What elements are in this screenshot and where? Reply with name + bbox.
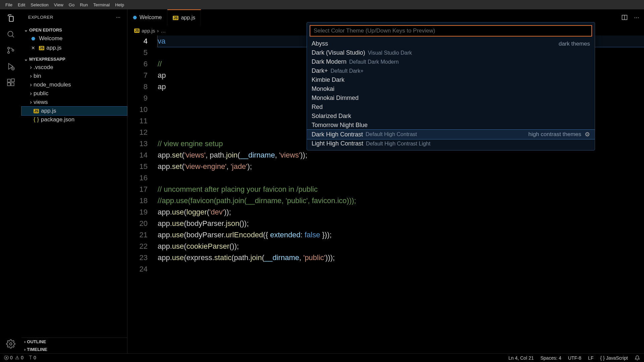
outline-header[interactable]: ›OUTLINE <box>21 338 127 346</box>
menubar: File Edit Selection View Go Run Terminal… <box>0 0 644 9</box>
menu-terminal[interactable]: Terminal <box>91 2 112 7</box>
gear-icon[interactable]: ⚙ <box>585 131 590 138</box>
language-mode[interactable]: { } JavaScript <box>600 355 628 361</box>
theme-option[interactable]: Abyssdark themes <box>307 39 595 48</box>
tree-folder-vscode[interactable]: ›.vscode <box>21 63 127 72</box>
menu-view[interactable]: View <box>51 2 66 7</box>
js-icon: JS <box>173 16 178 20</box>
tree-folder-public[interactable]: ›public <box>21 89 127 98</box>
tree-file-packagejson[interactable]: { }package.json <box>21 115 127 124</box>
vscode-icon: ⬣ <box>30 36 37 41</box>
json-icon: { } <box>34 116 39 123</box>
source-control-icon[interactable] <box>6 46 15 55</box>
theme-option[interactable]: Tomorrow Night Blue <box>307 121 595 130</box>
close-icon[interactable]: ✕ <box>30 45 37 51</box>
svg-rect-9 <box>11 79 14 82</box>
tab-label: app.js <box>181 15 196 21</box>
workspace-header[interactable]: ⌄ MYEXPRESSAPP <box>21 55 127 63</box>
chevron-right-icon: › <box>157 28 159 34</box>
tree-folder-views[interactable]: ›views <box>21 98 127 107</box>
theme-option[interactable]: Light High ContrastDefault High Contrast… <box>307 139 595 148</box>
theme-option[interactable]: Red <box>307 103 595 112</box>
tree-file-appjs[interactable]: JSapp.js <box>21 107 127 115</box>
open-editor-label: app.js <box>46 45 61 51</box>
workspace-label: MYEXPRESSAPP <box>29 57 65 62</box>
theme-option[interactable]: Dark ModernDefault Dark Modern <box>307 57 595 66</box>
errors-count[interactable]: ⓧ 0 ⚠ 0 <box>4 355 23 361</box>
menu-selection[interactable]: Selection <box>28 2 51 7</box>
js-icon: JS <box>134 28 140 33</box>
tab-welcome[interactable]: ⬣ Welcome <box>127 9 167 25</box>
tree-label: app.js <box>41 108 56 114</box>
chevron-right-icon: › <box>28 81 34 88</box>
svg-rect-8 <box>11 83 14 86</box>
svg-point-4 <box>12 49 14 51</box>
explorer-icon[interactable] <box>6 13 15 23</box>
menu-help[interactable]: Help <box>112 2 127 7</box>
open-editor-label: Welcome <box>39 35 63 42</box>
chevron-down-icon: ⌄ <box>24 57 28 62</box>
chevron-right-icon: › <box>28 99 34 106</box>
timeline-header[interactable]: ›TIMELINE <box>21 346 127 353</box>
run-debug-icon[interactable] <box>6 62 15 71</box>
eol[interactable]: LF <box>588 355 593 361</box>
color-theme-picker: Select Color Theme (Up/Down Keys to Prev… <box>307 22 595 150</box>
tree-label: views <box>34 99 48 106</box>
open-editor-appjs[interactable]: ✕ JS app.js <box>21 43 127 53</box>
menu-go[interactable]: Go <box>66 2 77 7</box>
breadcrumb-more: … <box>161 28 166 34</box>
svg-point-10 <box>10 343 12 345</box>
statusbar: ⓧ 0 ⚠ 0 ⟙ 0 Ln 4, Col 21 Spaces: 4 UTF-8… <box>0 353 644 362</box>
menu-edit[interactable]: Edit <box>15 2 28 7</box>
tree-label: node_modules <box>34 81 71 88</box>
tree-label: bin <box>34 73 41 79</box>
theme-option[interactable]: Dark High ContrastDefault High Contrasth… <box>307 130 595 139</box>
tree-folder-bin[interactable]: ›bin <box>21 72 127 80</box>
svg-rect-6 <box>7 79 10 82</box>
outline-label: OUTLINE <box>27 339 46 344</box>
chevron-right-icon: › <box>24 339 25 344</box>
tab-label: Welcome <box>140 14 162 20</box>
theme-option[interactable]: Solarized Dark <box>307 112 595 121</box>
extensions-icon[interactable] <box>6 78 15 87</box>
vscode-icon: ⬣ <box>133 15 137 20</box>
theme-list: Abyssdark themesDark (Visual Studio)Visu… <box>307 39 595 150</box>
port-forward[interactable]: ⟙ 0 <box>29 355 36 361</box>
tree-folder-nodemodules[interactable]: ›node_modules <box>21 80 127 89</box>
indentation[interactable]: Spaces: 4 <box>540 355 561 361</box>
theme-option[interactable]: Monokai <box>307 84 595 94</box>
input-placeholder: Select Color Theme (Up/Down Keys to Prev… <box>314 27 435 34</box>
open-editors-header[interactable]: ⌄ OPEN EDITORS <box>21 26 127 34</box>
menu-run[interactable]: Run <box>77 2 91 7</box>
sidebar-title: EXPLORER ⋯ <box>21 9 127 25</box>
js-icon: JS <box>34 109 39 113</box>
theme-option[interactable]: Dark (Visual Studio)Visual Studio Dark <box>307 48 595 57</box>
tab-appjs[interactable]: JS app.js <box>167 9 201 25</box>
theme-search-input[interactable]: Select Color Theme (Up/Down Keys to Prev… <box>310 25 592 37</box>
notifications-icon[interactable] <box>635 355 640 361</box>
theme-option[interactable]: Kimbie Dark <box>307 75 595 84</box>
chevron-right-icon: › <box>28 64 34 71</box>
theme-option[interactable]: Monokai Dimmed <box>307 94 595 103</box>
theme-option[interactable]: Dark+Default Dark+ <box>307 66 595 75</box>
chevron-right-icon: › <box>28 73 34 79</box>
menu-file[interactable]: File <box>3 2 15 7</box>
svg-point-2 <box>8 47 9 49</box>
js-icon: JS <box>39 46 44 50</box>
cursor-position[interactable]: Ln 4, Col 21 <box>508 355 534 361</box>
gutter: 456789101112131415161718192021222324 <box>127 36 158 353</box>
tree-label: .vscode <box>34 64 53 71</box>
breadcrumb-file: app.js <box>142 28 155 34</box>
settings-gear-icon[interactable] <box>6 339 15 349</box>
more-icon[interactable]: ⋯ <box>634 14 639 21</box>
search-icon[interactable] <box>6 29 15 39</box>
svg-point-3 <box>8 52 9 53</box>
encoding[interactable]: UTF-8 <box>568 355 581 361</box>
more-icon[interactable]: ⋯ <box>116 15 121 20</box>
explorer-label: EXPLORER <box>28 15 53 20</box>
chevron-down-icon: ⌄ <box>24 27 28 33</box>
svg-rect-7 <box>7 83 10 86</box>
split-editor-icon[interactable] <box>621 14 628 21</box>
editor-area: ⬣ Welcome JS app.js ⋯ JS app.js › … 4567… <box>127 9 644 353</box>
open-editor-welcome[interactable]: ⬣ Welcome <box>21 34 127 43</box>
